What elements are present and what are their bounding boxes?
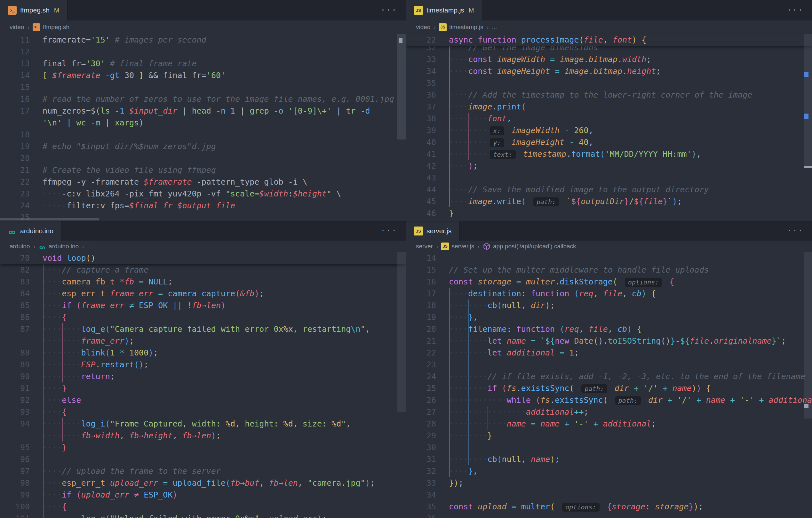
code-line[interactable]: 20 [0,152,406,164]
code-line[interactable]: 11framerate='15' # images per second [0,34,406,46]
scrollbar-thumb[interactable] [804,166,812,168]
more-actions-icon[interactable]: ··· [787,6,804,15]
editor-pane-timestamp[interactable]: JStimestamp.jsM···video›JStimestamp.js›.… [406,0,812,221]
code-line[interactable]: 24········// if file exists, add -1, -2,… [406,371,812,382]
code-line[interactable]: 85····if (frame_err ≠ ESP_OK || !fb→len) [0,299,406,311]
code-line[interactable]: 42····); [406,160,812,172]
editor-pane-arduino[interactable]: ∞arduino.ino···arduino›∞arduino.ino›...7… [0,222,406,518]
code-line[interactable]: 24····-filter:v fps=$final_fr $output_fi… [0,200,406,211]
code-line[interactable]: ········frame_err); [0,335,406,347]
breadcrumb-item[interactable]: arduino [9,243,30,250]
code-line[interactable]: 92····else [0,394,406,406]
code-line[interactable]: 38········font, [406,113,812,124]
breadcrumb-item[interactable]: app.post('/api/upload') callback [483,242,576,250]
code-line[interactable]: 46} [406,207,812,219]
code-line[interactable]: 41········text: timestamp.format('MM/DD/… [406,148,812,160]
code-line[interactable]: 97····// upload the frame to the server [0,465,406,477]
code-line[interactable]: 44····// Save the modified image to the … [406,184,812,196]
scrollbar-thumb[interactable] [397,34,406,140]
breadcrumb-item[interactable]: server [416,243,433,250]
code-line[interactable]: 100····{ [0,501,406,513]
more-actions-icon[interactable]: ··· [381,227,397,235]
code-line[interactable]: 25········if (fs.existsSync( path: dir +… [406,382,812,394]
code-line[interactable]: 22········let additional = 1; [406,347,812,359]
breadcrumb-item[interactable]: video [9,24,24,31]
code-line[interactable]: 18 [0,128,406,140]
code-line[interactable]: 89········ESP.restart(); [0,359,406,371]
breadcrumb-item[interactable]: ∞arduino.ino [38,242,79,250]
code-line[interactable]: 20····filename: function (req, file, cb)… [406,323,812,335]
breadcrumb-item[interactable]: video [416,24,430,31]
code-line[interactable]: 18········cb(null, dir); [406,299,812,311]
breadcrumb-item[interactable]: >_ffmpeg.sh [33,23,69,31]
code-area[interactable]: 1415// Set up the multer middleware to h… [406,252,812,518]
code-line[interactable]: 37····image.print( [406,101,812,113]
code-line[interactable]: 36 [406,513,812,518]
code-line[interactable]: 16const storage = multer.diskStorage( op… [406,276,812,288]
breadcrumb-item[interactable]: ... [87,243,92,250]
code-line[interactable]: 17num_zeros=$(ls -1 $input_dir | head -n… [0,105,406,117]
code-line[interactable]: 82····// capture a frame [0,264,406,276]
code-line[interactable]: 90········return; [0,371,406,382]
code-line[interactable]: 28············name = name + '-' + additi… [406,418,812,430]
code-line[interactable]: 17····destination: function (req, file, … [406,288,812,299]
code-line[interactable]: 22ffmpeg -y -framerate $framerate -patte… [0,176,406,188]
breadcrumb-item[interactable]: JSserver.js [441,242,474,250]
code-area[interactable]: 22async function processImage(file, font… [406,34,812,219]
code-line[interactable]: 15 [0,81,406,93]
code-line[interactable]: 96 [0,453,406,465]
more-actions-icon[interactable]: ··· [381,6,397,15]
code-line[interactable]: 33····const imageWidth = image.bitmap.wi… [406,53,812,65]
code-line[interactable]: 98····esp_err_t upload_err = upload_file… [0,477,406,489]
more-actions-icon[interactable]: ··· [787,227,804,235]
code-line[interactable]: 35 [406,77,812,89]
code-line[interactable]: 21········let name = `${new Date().toISO… [406,335,812,347]
code-line[interactable]: 91····} [0,382,406,394]
code-line[interactable]: 14 [406,252,812,264]
scrollbar-thumb[interactable] [397,252,406,412]
code-line[interactable]: 32····}, [406,465,812,477]
code-line[interactable]: 23····-c:v libx264 -pix_fmt yuv420p -vf … [0,188,406,200]
breadcrumb-item[interactable]: ... [492,24,497,31]
code-line[interactable]: 83····camera_fb_t *fb = NULL; [0,276,406,288]
code-line[interactable]: 16# read the number of zeros to use for … [0,93,406,105]
code-line[interactable]: 34 [406,489,812,501]
code-line[interactable]: 84····esp_err_t frame_err = camera_captu… [0,288,406,299]
code-line[interactable]: 12 [0,46,406,58]
code-line[interactable]: 87········log_e("Camera capture failed w… [0,323,406,335]
code-line[interactable]: 39········x: imageWidth - 260, [406,124,812,136]
code-line[interactable]: 35const upload = multer( options: {stora… [406,501,812,513]
code-line[interactable]: 32····// Get the image dimensions [406,46,812,53]
code-line[interactable]: 93····{ [0,406,406,418]
code-line[interactable]: 29········} [406,430,812,441]
scrollbar-thumb[interactable] [0,218,99,221]
code-line[interactable]: 99····if (upload_err ≠ ESP_OK) [0,489,406,501]
tab-ffmpeg.sh[interactable]: >_ffmpeg.shM [0,0,67,21]
code-line[interactable]: 27················additional++; [406,406,812,418]
sticky-scroll-line[interactable]: 22async function processImage(file, font… [406,34,812,46]
code-line[interactable]: 45····image.write( path: `${outputDir}/$… [406,196,812,207]
code-line[interactable]: 40········y: imageHeight - 40, [406,136,812,148]
editor-pane-ffmpeg[interactable]: >_ffmpeg.shM···video›>_ffmpeg.sh11framer… [0,0,406,221]
scrollbar-thumb[interactable] [804,252,812,419]
code-line[interactable]: 88········blink(1 * 1000); [0,347,406,359]
code-line[interactable]: 86····{ [0,311,406,323]
code-line[interactable]: 36····// Add the timestamp to the lower-… [406,89,812,101]
code-area[interactable]: 70void loop()82····// capture a frame83·… [0,252,406,518]
code-line[interactable]: 34····const imageHeight = image.bitmap.h… [406,65,812,77]
code-area[interactable]: 11framerate='15' # images per second1213… [0,34,406,221]
code-line[interactable]: 21# Create the video file using ffmpeg [0,164,406,176]
code-line[interactable]: ········fb→width, fb→height, fb→len); [0,430,406,441]
code-line[interactable]: 33}); [406,477,812,489]
code-line[interactable]: 94········log_i("Frame Captured, width: … [0,418,406,430]
code-line[interactable]: 15// Set up the multer middleware to han… [406,264,812,276]
code-line[interactable]: 23 [406,359,812,371]
code-line[interactable]: '\n' | wc -m | xargs) [0,117,406,128]
code-line[interactable]: 95····} [0,441,406,453]
code-line[interactable]: 19····}, [406,311,812,323]
code-line[interactable]: 101········log_e("Upload failed with err… [0,513,406,518]
code-line[interactable]: 14[ $framerate -gt 30 ] && final_fr='60' [0,69,406,81]
code-line[interactable]: 43 [406,172,812,184]
code-line[interactable]: 19# echo "$input_dir/%$num_zeros"d.jpg [0,140,406,152]
editor-pane-server[interactable]: JSserver.js···server›JSserver.js›app.pos… [406,222,812,518]
